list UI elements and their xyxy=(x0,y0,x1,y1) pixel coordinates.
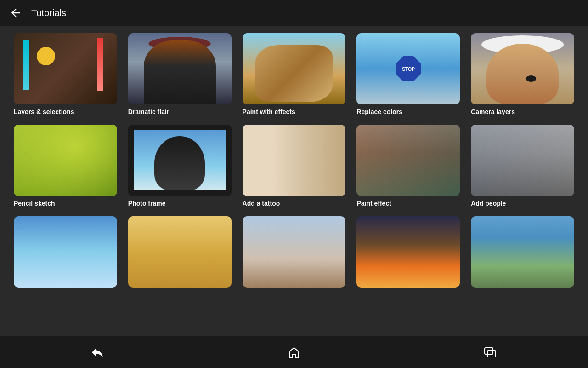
camera-face xyxy=(486,44,559,104)
thumbnail-sunset xyxy=(356,216,460,288)
paint-horse xyxy=(255,45,333,102)
tutorial-item-couple[interactable] xyxy=(243,216,346,288)
thumbnail-camera xyxy=(471,33,574,104)
thumbnail-replace: STOP xyxy=(356,33,460,104)
tutorial-label-replace: Replace colors xyxy=(356,108,460,115)
tutorial-label-addpeople: Add people xyxy=(471,200,574,207)
tattoo-person xyxy=(243,125,346,196)
thumbnail-desert xyxy=(128,216,232,288)
tutorial-item-replace[interactable]: STOP Replace colors xyxy=(356,33,460,115)
stop-text: STOP xyxy=(402,66,415,72)
tutorial-item-frame[interactable]: Photo frame xyxy=(128,125,232,207)
bottom-navigation xyxy=(0,336,588,368)
thumbnail-pencil xyxy=(14,125,117,196)
frame-figure xyxy=(154,136,205,190)
page-title: Tutorials xyxy=(31,8,66,18)
tutorial-item-aerial[interactable] xyxy=(471,216,574,288)
thumbnail-couple xyxy=(243,216,346,288)
frame-inner xyxy=(134,130,226,190)
tutorial-item-camera[interactable]: Camera layers xyxy=(471,33,574,115)
camera-eyepatch xyxy=(526,75,536,82)
tutorial-item-sunset[interactable] xyxy=(356,216,460,288)
dramatic-figure xyxy=(144,40,216,105)
nav-back-button[interactable] xyxy=(84,343,112,362)
tutorial-label-dramatic: Dramatic flair xyxy=(128,108,232,115)
thumbnail-tattoo xyxy=(243,125,346,196)
tutorial-item-clouds[interactable] xyxy=(14,216,117,288)
tutorial-item-paint[interactable]: Paint with effects xyxy=(243,33,346,115)
tutorial-item-desert[interactable] xyxy=(128,216,232,288)
tutorial-label-pencil: Pencil sketch xyxy=(14,200,117,207)
tutorial-label-layers: Layers & selections xyxy=(14,108,117,115)
thumbnail-clouds xyxy=(14,216,117,288)
thumbnail-layers xyxy=(14,33,117,104)
tutorial-item-painteffect[interactable]: Paint effect xyxy=(356,125,460,207)
tutorial-item-tattoo[interactable]: Add a tattoo xyxy=(243,125,346,207)
tutorial-item-pencil[interactable]: Pencil sketch xyxy=(14,125,117,207)
tutorial-label-paint: Paint with effects xyxy=(243,108,346,115)
tutorial-item-layers[interactable]: Layers & selections xyxy=(14,33,117,115)
tutorial-label-camera: Camera layers xyxy=(471,108,574,115)
tutorial-label-painteffect: Paint effect xyxy=(356,200,460,207)
back-button[interactable] xyxy=(7,5,24,21)
stop-sign: STOP xyxy=(396,56,421,81)
nav-recents-button[interactable] xyxy=(476,343,504,362)
top-bar: Tutorials xyxy=(0,0,588,26)
nav-home-button[interactable] xyxy=(280,343,308,362)
thumbnail-frame xyxy=(128,125,232,196)
tutorial-label-tattoo: Add a tattoo xyxy=(243,200,346,207)
tutorial-grid: Layers & selections Dramatic flair Paint… xyxy=(14,33,574,288)
tutorial-label-frame: Photo frame xyxy=(128,200,232,207)
layers-red-bar xyxy=(97,38,103,91)
thumbnail-painteffect xyxy=(356,125,460,196)
thumbnail-dramatic xyxy=(128,33,232,104)
thumbnail-aerial xyxy=(471,216,574,288)
thumbnail-addpeople xyxy=(471,125,574,196)
tutorial-item-addpeople[interactable]: Add people xyxy=(471,125,574,207)
tutorial-list: Layers & selections Dramatic flair Paint… xyxy=(0,26,588,336)
thumbnail-paint xyxy=(243,33,346,104)
tutorial-item-dramatic[interactable]: Dramatic flair xyxy=(128,33,232,115)
